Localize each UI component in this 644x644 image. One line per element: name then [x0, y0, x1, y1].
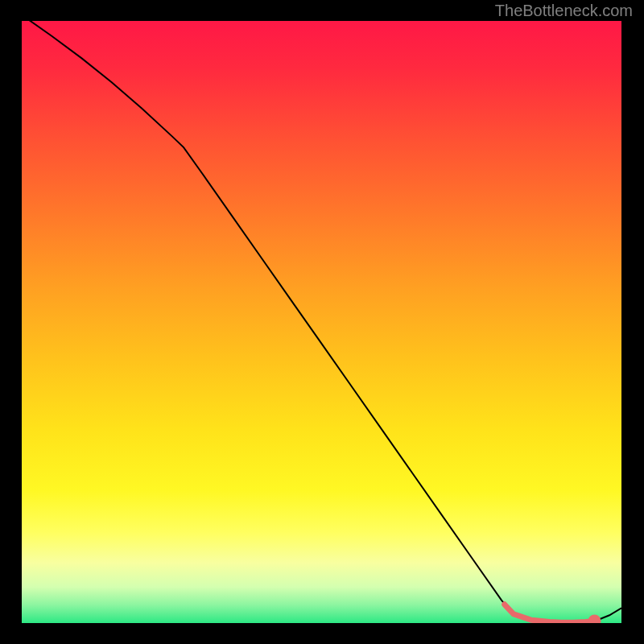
chart-end-marker [588, 614, 601, 623]
watermark-text: TheBottleneck.com [495, 2, 633, 20]
chart-series-highlight [505, 605, 595, 622]
chart-plot-area [22, 21, 621, 623]
chart-series-curve [22, 21, 621, 622]
chart-lines [22, 21, 621, 623]
